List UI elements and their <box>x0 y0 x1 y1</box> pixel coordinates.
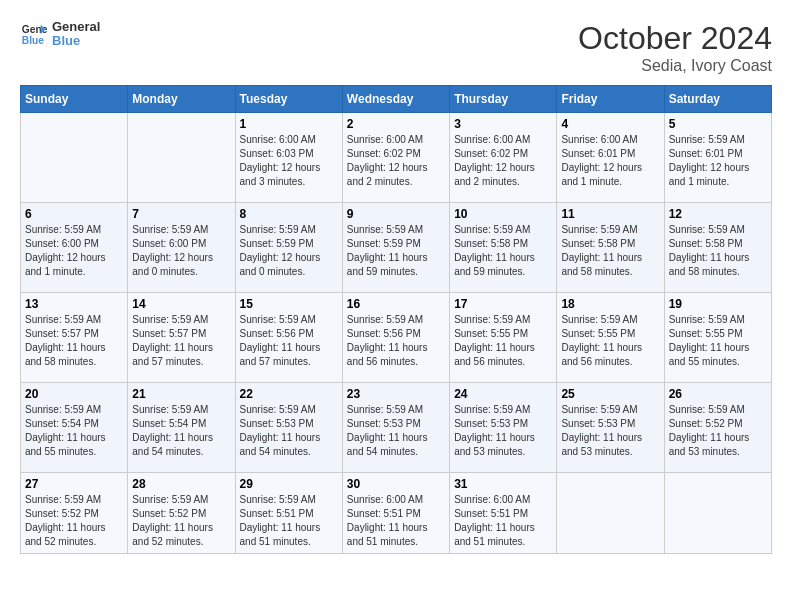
day-info: Sunrise: 6:00 AMSunset: 5:51 PMDaylight:… <box>454 493 552 549</box>
calendar-cell: 5Sunrise: 5:59 AMSunset: 6:01 PMDaylight… <box>664 113 771 203</box>
day-info: Sunrise: 5:59 AMSunset: 5:56 PMDaylight:… <box>240 313 338 369</box>
sunset-text: Sunset: 5:59 PM <box>240 237 338 251</box>
daylight-text: Daylight: 11 hours and 58 minutes. <box>669 251 767 279</box>
calendar-cell <box>21 113 128 203</box>
day-number: 28 <box>132 477 230 491</box>
sunset-text: Sunset: 5:58 PM <box>669 237 767 251</box>
sunrise-text: Sunrise: 6:00 AM <box>240 133 338 147</box>
sunset-text: Sunset: 5:54 PM <box>132 417 230 431</box>
sunrise-text: Sunrise: 5:59 AM <box>132 403 230 417</box>
daylight-text: Daylight: 11 hours and 57 minutes. <box>132 341 230 369</box>
day-number: 9 <box>347 207 445 221</box>
day-number: 6 <box>25 207 123 221</box>
day-number: 25 <box>561 387 659 401</box>
day-info: Sunrise: 5:59 AMSunset: 5:55 PMDaylight:… <box>669 313 767 369</box>
sunrise-text: Sunrise: 5:59 AM <box>347 223 445 237</box>
sunset-text: Sunset: 5:54 PM <box>25 417 123 431</box>
day-number: 4 <box>561 117 659 131</box>
day-info: Sunrise: 5:59 AMSunset: 5:59 PMDaylight:… <box>347 223 445 279</box>
day-number: 3 <box>454 117 552 131</box>
sunset-text: Sunset: 5:58 PM <box>454 237 552 251</box>
day-info: Sunrise: 5:59 AMSunset: 5:57 PMDaylight:… <box>132 313 230 369</box>
sunset-text: Sunset: 6:00 PM <box>132 237 230 251</box>
daylight-text: Daylight: 11 hours and 56 minutes. <box>347 341 445 369</box>
sunset-text: Sunset: 5:57 PM <box>25 327 123 341</box>
daylight-text: Daylight: 11 hours and 53 minutes. <box>669 431 767 459</box>
daylight-text: Daylight: 12 hours and 1 minute. <box>561 161 659 189</box>
calendar-cell: 4Sunrise: 6:00 AMSunset: 6:01 PMDaylight… <box>557 113 664 203</box>
sunset-text: Sunset: 5:52 PM <box>132 507 230 521</box>
day-number: 27 <box>25 477 123 491</box>
sunrise-text: Sunrise: 5:59 AM <box>669 313 767 327</box>
daylight-text: Daylight: 11 hours and 51 minutes. <box>454 521 552 549</box>
logo-icon: General Blue <box>20 20 48 48</box>
calendar-cell: 25Sunrise: 5:59 AMSunset: 5:53 PMDayligh… <box>557 383 664 473</box>
calendar-cell: 21Sunrise: 5:59 AMSunset: 5:54 PMDayligh… <box>128 383 235 473</box>
day-info: Sunrise: 5:59 AMSunset: 5:57 PMDaylight:… <box>25 313 123 369</box>
week-row-3: 13Sunrise: 5:59 AMSunset: 5:57 PMDayligh… <box>21 293 772 383</box>
day-info: Sunrise: 5:59 AMSunset: 5:52 PMDaylight:… <box>132 493 230 549</box>
daylight-text: Daylight: 11 hours and 56 minutes. <box>561 341 659 369</box>
col-header-sunday: Sunday <box>21 86 128 113</box>
calendar-cell: 19Sunrise: 5:59 AMSunset: 5:55 PMDayligh… <box>664 293 771 383</box>
daylight-text: Daylight: 12 hours and 0 minutes. <box>132 251 230 279</box>
day-info: Sunrise: 5:59 AMSunset: 5:58 PMDaylight:… <box>669 223 767 279</box>
daylight-text: Daylight: 11 hours and 58 minutes. <box>561 251 659 279</box>
daylight-text: Daylight: 11 hours and 55 minutes. <box>669 341 767 369</box>
sunrise-text: Sunrise: 5:59 AM <box>240 223 338 237</box>
title-block: October 2024 Sedia, Ivory Coast <box>578 20 772 75</box>
daylight-text: Daylight: 11 hours and 54 minutes. <box>132 431 230 459</box>
calendar-header-row: SundayMondayTuesdayWednesdayThursdayFrid… <box>21 86 772 113</box>
day-number: 24 <box>454 387 552 401</box>
calendar-cell: 12Sunrise: 5:59 AMSunset: 5:58 PMDayligh… <box>664 203 771 293</box>
day-info: Sunrise: 5:59 AMSunset: 5:58 PMDaylight:… <box>454 223 552 279</box>
day-number: 8 <box>240 207 338 221</box>
sunrise-text: Sunrise: 5:59 AM <box>25 313 123 327</box>
calendar-table: SundayMondayTuesdayWednesdayThursdayFrid… <box>20 85 772 554</box>
calendar-cell <box>664 473 771 554</box>
page-header: General Blue General Blue October 2024 S… <box>20 20 772 75</box>
calendar-cell: 20Sunrise: 5:59 AMSunset: 5:54 PMDayligh… <box>21 383 128 473</box>
calendar-cell: 2Sunrise: 6:00 AMSunset: 6:02 PMDaylight… <box>342 113 449 203</box>
daylight-text: Daylight: 11 hours and 51 minutes. <box>347 521 445 549</box>
sunset-text: Sunset: 6:00 PM <box>25 237 123 251</box>
sunrise-text: Sunrise: 5:59 AM <box>561 403 659 417</box>
calendar-cell <box>557 473 664 554</box>
location-subtitle: Sedia, Ivory Coast <box>578 57 772 75</box>
daylight-text: Daylight: 11 hours and 56 minutes. <box>454 341 552 369</box>
day-info: Sunrise: 5:59 AMSunset: 5:54 PMDaylight:… <box>132 403 230 459</box>
day-number: 2 <box>347 117 445 131</box>
daylight-text: Daylight: 11 hours and 54 minutes. <box>347 431 445 459</box>
sunset-text: Sunset: 5:55 PM <box>561 327 659 341</box>
calendar-cell: 30Sunrise: 6:00 AMSunset: 5:51 PMDayligh… <box>342 473 449 554</box>
day-number: 29 <box>240 477 338 491</box>
daylight-text: Daylight: 12 hours and 0 minutes. <box>240 251 338 279</box>
calendar-cell: 6Sunrise: 5:59 AMSunset: 6:00 PMDaylight… <box>21 203 128 293</box>
col-header-wednesday: Wednesday <box>342 86 449 113</box>
daylight-text: Daylight: 11 hours and 52 minutes. <box>25 521 123 549</box>
calendar-cell: 17Sunrise: 5:59 AMSunset: 5:55 PMDayligh… <box>450 293 557 383</box>
sunset-text: Sunset: 6:01 PM <box>669 147 767 161</box>
day-info: Sunrise: 5:59 AMSunset: 5:55 PMDaylight:… <box>454 313 552 369</box>
sunset-text: Sunset: 5:56 PM <box>347 327 445 341</box>
week-row-2: 6Sunrise: 5:59 AMSunset: 6:00 PMDaylight… <box>21 203 772 293</box>
sunrise-text: Sunrise: 5:59 AM <box>561 313 659 327</box>
sunrise-text: Sunrise: 5:59 AM <box>25 493 123 507</box>
calendar-cell: 11Sunrise: 5:59 AMSunset: 5:58 PMDayligh… <box>557 203 664 293</box>
sunrise-text: Sunrise: 5:59 AM <box>454 223 552 237</box>
calendar-cell: 31Sunrise: 6:00 AMSunset: 5:51 PMDayligh… <box>450 473 557 554</box>
day-info: Sunrise: 5:59 AMSunset: 5:51 PMDaylight:… <box>240 493 338 549</box>
sunset-text: Sunset: 5:52 PM <box>669 417 767 431</box>
sunset-text: Sunset: 5:51 PM <box>347 507 445 521</box>
logo-blue: Blue <box>52 34 100 48</box>
day-number: 16 <box>347 297 445 311</box>
logo-general: General <box>52 20 100 34</box>
day-number: 1 <box>240 117 338 131</box>
calendar-cell: 7Sunrise: 5:59 AMSunset: 6:00 PMDaylight… <box>128 203 235 293</box>
calendar-cell: 15Sunrise: 5:59 AMSunset: 5:56 PMDayligh… <box>235 293 342 383</box>
daylight-text: Daylight: 12 hours and 1 minute. <box>25 251 123 279</box>
day-info: Sunrise: 5:59 AMSunset: 5:59 PMDaylight:… <box>240 223 338 279</box>
sunrise-text: Sunrise: 6:00 AM <box>347 133 445 147</box>
calendar-cell: 18Sunrise: 5:59 AMSunset: 5:55 PMDayligh… <box>557 293 664 383</box>
calendar-cell: 29Sunrise: 5:59 AMSunset: 5:51 PMDayligh… <box>235 473 342 554</box>
